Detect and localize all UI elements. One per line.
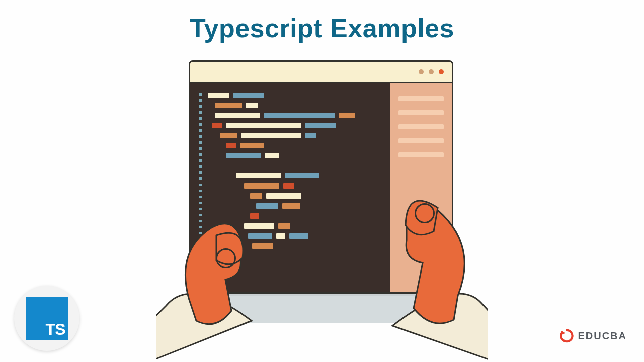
page-title: Typescript Examples — [0, 13, 644, 43]
code-line — [208, 133, 382, 138]
code-token — [265, 153, 279, 158]
sidebar-bar — [398, 152, 444, 157]
code-token — [282, 203, 300, 209]
gutter-dot-icon — [199, 153, 202, 156]
tablet-titlebar — [190, 62, 452, 83]
gutter-dot-icon — [199, 220, 202, 222]
gutter-dot-icon — [199, 244, 202, 246]
typescript-badge: TS — [14, 286, 79, 351]
gutter-dot-icon — [199, 171, 202, 174]
code-line — [208, 143, 382, 148]
sidebar-bar — [398, 110, 444, 115]
sidebar-bar — [398, 96, 444, 101]
code-token — [244, 223, 274, 229]
code-token — [276, 233, 285, 239]
code-line — [208, 163, 382, 168]
code-token — [278, 223, 290, 229]
gutter-dot-icon — [199, 93, 202, 96]
code-token — [305, 123, 336, 128]
code-token — [215, 113, 260, 118]
code-token — [220, 133, 237, 138]
gutter-dot-icon — [199, 165, 202, 168]
code-token — [252, 243, 273, 249]
code-line — [208, 243, 382, 249]
code-token — [283, 183, 294, 189]
code-token — [240, 143, 264, 148]
window-dot-icon — [419, 69, 424, 74]
typescript-logo-icon: TS — [26, 297, 68, 340]
gutter-dot-icon — [199, 99, 202, 102]
gutter-dot-icon — [199, 268, 202, 270]
code-line — [208, 183, 382, 189]
code-token — [226, 143, 236, 148]
code-line — [208, 103, 382, 108]
gutter-dot-icon — [199, 214, 202, 216]
gutter-dot-icon — [199, 256, 202, 258]
window-dot-icon — [429, 69, 434, 74]
code-token — [226, 123, 301, 128]
code-token — [244, 183, 279, 189]
code-token — [256, 203, 278, 209]
code-line — [208, 113, 382, 118]
gutter-dot-icon — [199, 226, 202, 228]
code-token — [285, 173, 319, 178]
gutter-dot-icon — [199, 250, 202, 252]
code-line — [208, 223, 382, 229]
hero-illustration — [156, 59, 488, 341]
gutter-dot-icon — [199, 238, 202, 240]
gutter-dot-icon — [199, 184, 202, 186]
code-line — [208, 213, 382, 219]
gutter-dot-icon — [199, 177, 202, 180]
code-token — [305, 133, 316, 138]
code-token — [215, 103, 242, 108]
gutter-dot-icon — [199, 196, 202, 198]
thumb-ring-icon — [216, 248, 236, 268]
gutter-dot-icon — [199, 262, 202, 264]
code-token — [246, 103, 258, 108]
code-token — [264, 113, 335, 118]
code-line — [208, 203, 382, 209]
code-line — [208, 233, 382, 239]
gutter-dot-icon — [199, 117, 202, 120]
gutter-dot-icon — [199, 141, 202, 144]
sidebar-bar — [398, 124, 444, 129]
code-token — [248, 233, 272, 239]
gutter-dot-icon — [199, 111, 202, 114]
code-line — [208, 93, 382, 98]
code-token — [266, 193, 301, 199]
window-dot-icon — [439, 69, 444, 74]
badge-circle: TS — [14, 286, 79, 351]
gutter-dot-icon — [199, 105, 202, 108]
svg-marker-0 — [562, 331, 566, 335]
gutter-dot-icon — [199, 202, 202, 204]
code-token — [250, 193, 262, 199]
gutter-dot-icon — [199, 232, 202, 234]
educba-mark-icon — [559, 329, 574, 343]
code-token — [233, 93, 264, 98]
code-line — [208, 173, 382, 178]
code-token — [208, 93, 229, 98]
code-token — [339, 113, 355, 118]
gutter-dot-icon — [199, 190, 202, 192]
code-token — [250, 213, 259, 219]
gutter-dot-icon — [199, 135, 202, 138]
thumb-ring-icon — [415, 203, 435, 223]
gutter-dot-icon — [199, 159, 202, 162]
gutter-dot-icon — [199, 123, 202, 126]
typescript-logo-text: TS — [46, 320, 65, 339]
code-token — [236, 173, 281, 178]
code-token — [226, 153, 261, 158]
code-token — [289, 233, 308, 239]
code-token — [212, 123, 222, 128]
gutter-dot-icon — [199, 129, 202, 132]
educba-logo: EDUCBA — [559, 329, 627, 343]
gutter-dot-icon — [199, 208, 202, 210]
sidebar-bar — [398, 138, 444, 143]
code-gutter — [199, 92, 202, 284]
code-token — [241, 133, 301, 138]
gutter-dot-icon — [199, 147, 202, 150]
code-line — [208, 123, 382, 128]
educba-text: EDUCBA — [578, 330, 627, 342]
tablet-sidebar — [390, 83, 452, 293]
code-line — [208, 153, 382, 158]
